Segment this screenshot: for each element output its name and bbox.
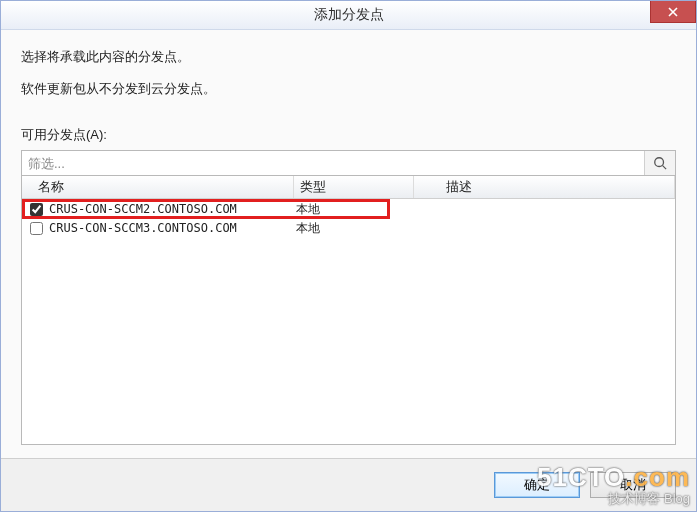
filter-row <box>21 150 676 176</box>
row-checkbox[interactable] <box>30 222 43 235</box>
dialog-window: 添加分发点 选择将承载此内容的分发点。 软件更新包从不分发到云分发点。 可用分发… <box>0 0 697 512</box>
description-line-2: 软件更新包从不分发到云分发点。 <box>21 80 676 98</box>
svg-point-0 <box>655 158 664 167</box>
distribution-points-list[interactable]: 名称 类型 描述 CRUS-CON-SCCM2.CONTOSO.COM本地CRU… <box>21 176 676 445</box>
dialog-title: 添加分发点 <box>314 6 384 24</box>
cell-name: CRUS-CON-SCCM3.CONTOSO.COM <box>22 221 294 235</box>
list-rows: CRUS-CON-SCCM2.CONTOSO.COM本地CRUS-CON-SCC… <box>22 199 675 237</box>
cell-type: 本地 <box>294 220 414 237</box>
close-icon <box>668 7 678 17</box>
close-button[interactable] <box>650 1 696 23</box>
cell-type: 本地 <box>294 201 414 218</box>
svg-line-1 <box>663 166 667 170</box>
list-header: 名称 类型 描述 <box>22 176 675 199</box>
description-line-1: 选择将承载此内容的分发点。 <box>21 48 676 66</box>
button-bar: 确定 取消 <box>1 458 696 511</box>
row-name-text: CRUS-CON-SCCM2.CONTOSO.COM <box>49 202 237 216</box>
column-header-name[interactable]: 名称 <box>22 176 294 198</box>
dialog-body: 选择将承载此内容的分发点。 软件更新包从不分发到云分发点。 可用分发点(A): … <box>1 30 696 457</box>
cell-name: CRUS-CON-SCCM2.CONTOSO.COM <box>22 202 294 216</box>
search-button[interactable] <box>644 151 675 175</box>
cancel-button[interactable]: 取消 <box>590 472 676 498</box>
available-points-label: 可用分发点(A): <box>21 126 676 144</box>
table-row[interactable]: CRUS-CON-SCCM3.CONTOSO.COM本地 <box>22 218 675 237</box>
column-header-desc[interactable]: 描述 <box>414 176 675 198</box>
row-name-text: CRUS-CON-SCCM3.CONTOSO.COM <box>49 221 237 235</box>
filter-input[interactable] <box>22 151 644 175</box>
column-header-type[interactable]: 类型 <box>294 176 414 198</box>
title-bar: 添加分发点 <box>1 1 696 30</box>
table-row[interactable]: CRUS-CON-SCCM2.CONTOSO.COM本地 <box>22 199 675 218</box>
ok-button[interactable]: 确定 <box>494 472 580 498</box>
search-icon <box>653 156 667 170</box>
row-checkbox[interactable] <box>30 203 43 216</box>
